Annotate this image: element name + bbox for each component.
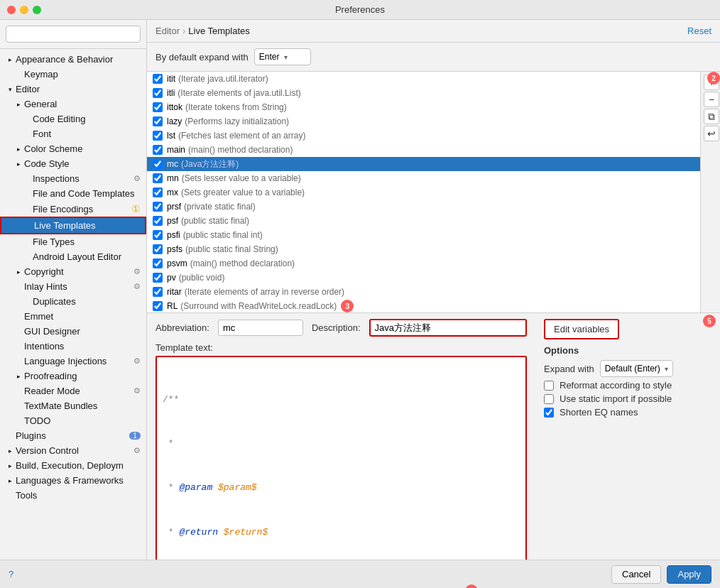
expand-dropdown[interactable]: Enter ▾ [254, 48, 311, 65]
sidebar-item-inlay-hints[interactable]: Inlay Hints ⚙ [0, 279, 146, 294]
minimize-button[interactable] [20, 6, 28, 14]
sidebar-item-languages[interactable]: Languages & Frameworks [0, 473, 146, 488]
sidebar-item-copyright[interactable]: Copyright ⚙ [0, 264, 146, 279]
sidebar-item-general[interactable]: General [0, 97, 146, 111]
template-item-psfi[interactable]: psfi (public static final int) [147, 228, 700, 242]
template-item-mx[interactable]: mx (Sets greater value to a variable) [147, 185, 700, 200]
sidebar-item-label: Code Style [24, 158, 70, 169]
tree-arrow-icon [6, 447, 14, 455]
copy-template-button[interactable]: ⧉ [704, 109, 719, 124]
remove-template-button[interactable]: − [704, 92, 719, 107]
expand-with-dropdown[interactable]: Default (Enter) ▾ [600, 360, 673, 377]
content-area: Appearance & Behavior Keymap Editor Gene… [0, 20, 720, 560]
sidebar-item-color-scheme[interactable]: Color Scheme [0, 141, 146, 156]
template-checkbox-main[interactable] [153, 145, 163, 155]
template-item-rl[interactable]: RL (Surround with ReadWriteLock.readLock… [147, 299, 700, 312]
template-item-pv[interactable]: pv (public void) [147, 271, 700, 285]
abbreviation-input[interactable] [218, 320, 303, 336]
dropdown-value: Enter [259, 52, 280, 62]
template-checkbox-lazy[interactable] [153, 116, 163, 126]
description-input[interactable] [369, 319, 527, 337]
main-container: Appearance & Behavior Keymap Editor Gene… [0, 20, 720, 588]
shorten-eq-row: Shorten EQ names [544, 407, 711, 418]
code-content[interactable]: /** * * @param $param$ * @return $return… [160, 360, 523, 560]
template-checkbox-rl[interactable] [153, 301, 163, 311]
template-text-editor: /** * * @param $param$ * @return $return… [156, 356, 527, 560]
sidebar-item-textmate[interactable]: TextMate Bundles [0, 398, 146, 413]
template-item-psfs[interactable]: psfs (public static final String) [147, 242, 700, 256]
template-checkbox-psfs[interactable] [153, 244, 163, 254]
template-checkbox-itit[interactable] [153, 74, 163, 84]
template-item-lazy[interactable]: lazy (Performs lazy initialization) [147, 114, 700, 129]
sidebar-item-plugins[interactable]: Plugins 1 [0, 428, 146, 443]
template-item-prsf[interactable]: prsf (private static final) [147, 200, 700, 214]
template-item-main[interactable]: main (main() method declaration) [147, 143, 700, 157]
sidebar-item-code-editing[interactable]: Code Editing [0, 111, 146, 126]
template-checkbox-mc[interactable] [153, 159, 163, 169]
sidebar-item-android-layout[interactable]: Android Layout Editor [0, 249, 146, 264]
search-input[interactable] [6, 26, 141, 43]
help-button[interactable]: ? [9, 569, 13, 579]
template-checkbox-pv[interactable] [153, 273, 163, 283]
sidebar-item-inspections[interactable]: Inspections ⚙ [0, 171, 146, 186]
static-import-checkbox[interactable] [544, 394, 554, 404]
window-title: Preferences [335, 4, 385, 15]
template-item-psf[interactable]: psf (public static final) [147, 214, 700, 228]
sidebar-item-todo[interactable]: TODO [0, 413, 146, 428]
revert-template-button[interactable]: ↩ [704, 126, 719, 141]
template-checkbox-itli[interactable] [153, 88, 163, 98]
tree-arrow-icon [23, 205, 31, 213]
sidebar-item-code-style[interactable]: Code Style [0, 156, 146, 171]
template-item-ritar[interactable]: ritar (Iterate elements of array in reve… [147, 285, 700, 299]
close-button[interactable] [7, 6, 16, 14]
reformat-row: Reformat according to style [544, 380, 711, 391]
template-item-mc[interactable]: mc (Java方法注释) [147, 157, 700, 171]
template-checkbox-ritar[interactable] [153, 287, 163, 297]
sidebar-item-proofreading[interactable]: Proofreading [0, 369, 146, 383]
cancel-button[interactable]: Cancel [611, 565, 661, 584]
sidebar-item-editor[interactable]: Editor [0, 82, 146, 97]
sidebar-item-appearance[interactable]: Appearance & Behavior [0, 52, 146, 67]
template-checkbox-prsf[interactable] [153, 202, 163, 212]
template-checkbox-psfi[interactable] [153, 230, 163, 240]
sidebar-item-file-types[interactable]: File Types [0, 234, 146, 249]
sidebar-item-font[interactable]: Font [0, 126, 146, 141]
edit-variables-button[interactable]: Edit variables [544, 319, 619, 339]
sidebar-item-reader-mode[interactable]: Reader Mode ⚙ [0, 383, 146, 398]
maximize-button[interactable] [33, 6, 41, 14]
template-checkbox-lst[interactable] [153, 131, 163, 141]
sidebar-item-file-encodings[interactable]: File Encodings ① [0, 201, 146, 217]
reset-button[interactable]: Reset [687, 26, 711, 36]
template-name: psfi [167, 230, 180, 240]
template-item-itit[interactable]: itit (Iterate java.util.iterator) [147, 72, 700, 86]
sidebar-item-label: Android Layout Editor [33, 251, 121, 262]
template-checkbox-psvm[interactable] [153, 258, 163, 268]
template-name: ritar [167, 287, 182, 297]
sidebar-item-label: Appearance & Behavior [16, 54, 113, 65]
shorten-eq-checkbox[interactable] [544, 408, 554, 418]
template-checkbox-mx[interactable] [153, 187, 163, 197]
template-item-mn[interactable]: mn (Sets lesser value to a variable) [147, 171, 700, 185]
sidebar-item-file-code-templates[interactable]: File and Code Templates [0, 186, 146, 201]
apply-button[interactable]: Apply [667, 565, 711, 584]
sidebar-item-gui-designer[interactable]: GUI Designer [0, 324, 146, 339]
sidebar-item-emmet[interactable]: Emmet [0, 309, 146, 324]
sidebar-item-language-injections[interactable]: Language Injections ⚙ [0, 354, 146, 369]
sidebar-item-version-control[interactable]: Version Control ⚙ [0, 443, 146, 458]
template-item-psvm[interactable]: psvm (main() method declaration) [147, 256, 700, 271]
template-checkbox-psf[interactable] [153, 216, 163, 226]
tree-arrow-icon [23, 253, 31, 261]
sidebar-item-tools[interactable]: Tools [0, 488, 146, 503]
sidebar-item-intentions[interactable]: Intentions [0, 339, 146, 354]
sidebar-item-label: TextMate Bundles [24, 401, 97, 411]
template-checkbox-mn[interactable] [153, 173, 163, 183]
template-checkbox-ittok[interactable] [153, 102, 163, 112]
template-item-ittok[interactable]: ittok (Iterate tokens from String) [147, 100, 700, 114]
sidebar-item-keymap[interactable]: Keymap [0, 67, 146, 82]
reformat-checkbox[interactable] [544, 381, 554, 391]
sidebar-item-duplicates[interactable]: Duplicates [0, 294, 146, 309]
sidebar-item-build[interactable]: Build, Execution, Deploym [0, 458, 146, 473]
template-item-lst[interactable]: lst (Fetches last element of an array) [147, 129, 700, 143]
sidebar-item-live-templates[interactable]: Live Templates [0, 217, 146, 234]
template-item-itli[interactable]: itli (Iterate elements of java.util.List… [147, 86, 700, 100]
